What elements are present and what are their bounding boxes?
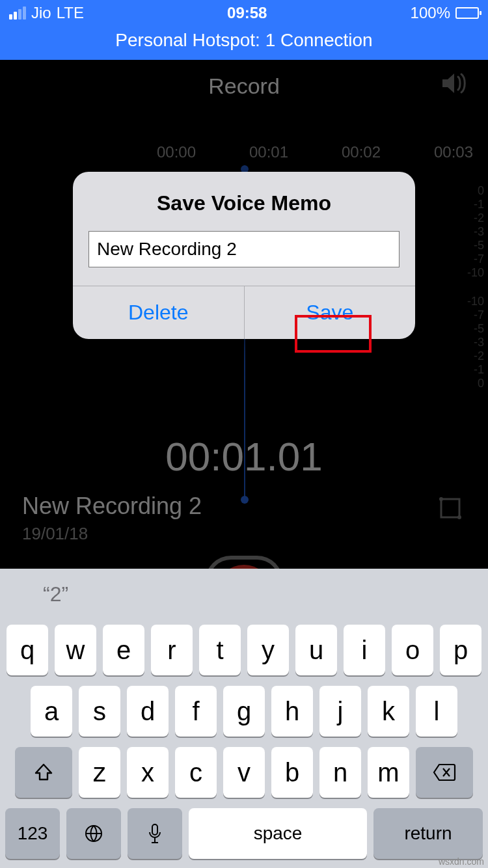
network-label: LTE	[57, 4, 84, 22]
keyboard: “2” qwertyuiop asdfghjkl zxcvbnm 123 spa…	[0, 569, 488, 868]
page-title: Record	[208, 74, 280, 99]
status-bar: Jio LTE 09:58 100%	[0, 0, 488, 26]
key-e[interactable]: e	[103, 625, 144, 675]
dictation-key[interactable]	[128, 808, 182, 859]
key-u[interactable]: u	[295, 625, 337, 675]
key-m[interactable]: m	[368, 747, 409, 798]
key-v[interactable]: v	[223, 747, 265, 798]
keyboard-row-4: 123 space return	[0, 803, 488, 864]
signal-icon	[9, 7, 26, 20]
key-k[interactable]: k	[368, 686, 409, 737]
globe-key[interactable]	[66, 808, 121, 859]
watermark: wsxdn.com	[439, 856, 484, 867]
key-c[interactable]: c	[175, 747, 217, 798]
keyboard-row-2: asdfghjkl	[0, 681, 488, 742]
db-scale-bottom: -10-7-5-3-2-10	[467, 294, 484, 390]
key-g[interactable]: g	[223, 686, 265, 737]
key-r[interactable]: r	[151, 625, 193, 675]
key-n[interactable]: n	[319, 747, 361, 798]
keyboard-suggestion[interactable]: “2”	[0, 569, 488, 619]
svg-rect-2	[441, 499, 459, 517]
key-s[interactable]: s	[79, 686, 120, 737]
recording-title: New Recording 2	[22, 493, 202, 520]
return-key[interactable]: return	[373, 808, 483, 859]
key-j[interactable]: j	[319, 686, 361, 737]
delete-button[interactable]: Delete	[73, 286, 244, 339]
save-button[interactable]: Save	[244, 286, 416, 339]
keyboard-row-1: qwertyuiop	[0, 619, 488, 681]
memo-name-input[interactable]	[88, 231, 400, 267]
keyboard-row-3: zxcvbnm	[0, 742, 488, 803]
dialog-title: Save Voice Memo	[73, 172, 415, 231]
key-y[interactable]: y	[247, 625, 289, 675]
trim-icon[interactable]	[435, 493, 466, 526]
save-memo-dialog: Save Voice Memo Delete Save	[73, 172, 415, 339]
key-b[interactable]: b	[271, 747, 313, 798]
recording-date: 19/01/18	[22, 524, 202, 544]
speaker-icon[interactable]	[441, 72, 470, 100]
battery-icon	[455, 7, 479, 19]
key-h[interactable]: h	[271, 686, 313, 737]
clock: 09:58	[227, 4, 267, 22]
key-f[interactable]: f	[175, 686, 217, 737]
numbers-key[interactable]: 123	[5, 808, 60, 859]
key-t[interactable]: t	[199, 625, 241, 675]
db-scale-top: 0-1-2-3-5-7-10	[467, 183, 484, 279]
key-d[interactable]: d	[127, 686, 169, 737]
key-x[interactable]: x	[127, 747, 169, 798]
battery-percent: 100%	[411, 4, 450, 22]
key-p[interactable]: p	[440, 625, 481, 675]
key-l[interactable]: l	[416, 686, 457, 737]
key-z[interactable]: z	[79, 747, 120, 798]
carrier-label: Jio	[31, 4, 51, 22]
key-o[interactable]: o	[392, 625, 433, 675]
key-q[interactable]: q	[7, 625, 48, 675]
space-key[interactable]: space	[189, 808, 367, 859]
key-w[interactable]: w	[55, 625, 96, 675]
svg-rect-4	[152, 824, 157, 835]
time-ticks: 00:00 00:01 00:02 00:03	[0, 112, 488, 167]
shift-key[interactable]	[15, 747, 72, 798]
key-i[interactable]: i	[344, 625, 385, 675]
nav-bar: Record	[0, 60, 488, 112]
key-a[interactable]: a	[31, 686, 72, 737]
backspace-key[interactable]	[416, 747, 473, 798]
hotspot-banner[interactable]: Personal Hotspot: 1 Connection	[0, 26, 488, 60]
